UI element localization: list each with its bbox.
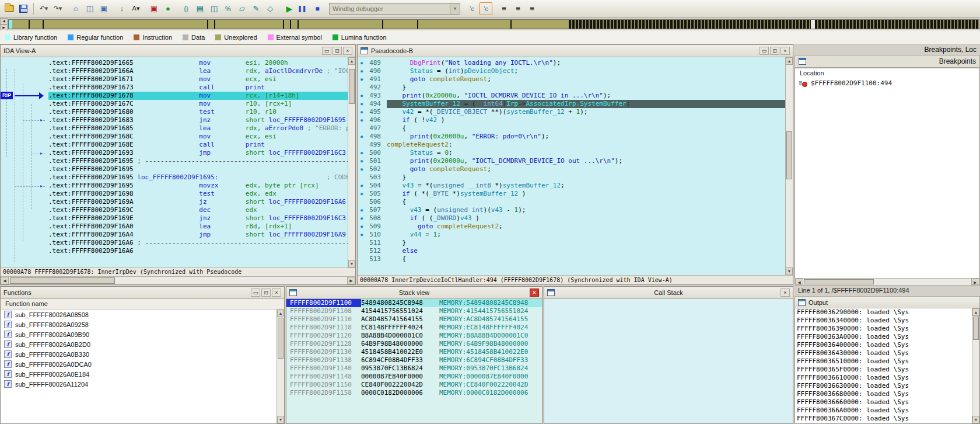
pseudocode-line[interactable]: ● 495 v42 = *(_DEVICE_OBJECT **)(systemB… <box>358 108 785 116</box>
disassembly-line[interactable]: .text:FFFFF8002D9F1673 call print <box>48 84 348 92</box>
close-button[interactable]: × <box>272 289 281 297</box>
ida-horizontal-scrollbar[interactable]: ◀ ▶ <box>1 276 355 284</box>
close-button[interactable]: × <box>343 47 352 55</box>
debugger-stop-icon[interactable]: ■ <box>311 2 324 15</box>
disassembly-line[interactable]: .text:FFFFF8002D9F1695 ; ---------------… <box>48 157 348 165</box>
diamond-icon[interactable]: ◇ <box>264 2 276 15</box>
line-dot-icon[interactable]: ● <box>358 59 366 67</box>
scroll-up-icon[interactable]: ▲ <box>972 308 979 316</box>
function-row[interactable]: f sub_FFFFF80026A0DCA0 <box>1 359 284 369</box>
pseudocode-line[interactable]: ● 506 { <box>358 198 785 206</box>
disassembly-line[interactable]: .text:FFFFF8002D9F16A6 ; ---------------… <box>48 239 348 247</box>
float-button[interactable]: ⊡ <box>261 289 271 297</box>
stack-row[interactable]: FFFFF8002D9F1140 0953870FC13B6824 MEMORY… <box>286 364 542 373</box>
line-dot-icon[interactable]: ● <box>358 182 366 190</box>
ida-view-titlebar[interactable]: IDA View-A ▭ ⊡ × <box>1 45 355 57</box>
debugger-start-icon[interactable]: ▶ <box>283 2 296 15</box>
line-dot-icon[interactable]: ● <box>358 231 366 239</box>
scroll-thumb[interactable] <box>349 69 355 104</box>
minimize-button[interactable]: ▭ <box>322 47 331 55</box>
pseudocode-vertical-scrollbar[interactable]: ▲ ▼ <box>785 57 793 275</box>
pseudocode-line[interactable]: ● 502 goto completeRequest; <box>358 165 785 173</box>
line-dot-icon[interactable]: ● <box>358 116 366 124</box>
function-row[interactable]: f sub_FFFFF80026A08508 <box>1 310 284 319</box>
pseudocode-line[interactable]: ● 489 DbgPrint("Not loading any IOCTL.\r… <box>358 59 785 67</box>
pseudocode-line[interactable]: ● 499 completeRequest2: <box>358 141 785 149</box>
float-button[interactable]: ⊡ <box>332 47 342 55</box>
pseudocode-titlebar[interactable]: Pseudocode-B ▭ ⊡ × <box>358 45 793 57</box>
line-dot-icon[interactable]: ● <box>358 206 366 214</box>
combo-dropdown-icon[interactable]: ▾ <box>450 4 460 14</box>
stack-row[interactable]: FFFFF8002D9F1128 64B9F98B48000000 MEMORY… <box>286 340 542 348</box>
pseudocode-line[interactable]: ● 498 print(0x20000u, "ERROR: pdo=0\r\n"… <box>358 133 785 141</box>
debugger-select[interactable]: Windbg debugger ▾ <box>329 3 460 15</box>
jump-down-icon[interactable]: ↓ <box>116 2 128 15</box>
function-row[interactable]: f sub_FFFFF80026A09258 <box>1 319 284 329</box>
line-dot-icon[interactable]: ● <box>358 165 366 173</box>
scroll-down-icon[interactable]: ▼ <box>348 260 355 267</box>
stack-row[interactable]: FFFFF8002D9F1100 54894808245C8948 MEMORY… <box>286 299 542 307</box>
float-button[interactable]: ⊡ <box>770 47 779 55</box>
scroll-left-icon[interactable]: ◀ <box>1 277 9 284</box>
pseudocode-line[interactable]: ● 511 } <box>358 239 785 247</box>
step-into-icon[interactable]: ’c <box>466 2 478 15</box>
scroll-thumb[interactable] <box>10 277 115 284</box>
scroll-left-icon[interactable]: ◀ <box>795 279 803 285</box>
stack-row[interactable]: FFFFF8002D9F1150 CE840F002220042D MEMORY… <box>286 381 542 389</box>
close-button[interactable]: × <box>530 289 539 297</box>
tab-breakpoints[interactable]: Breakpoints <box>939 57 976 65</box>
line-dot-icon[interactable]: ● <box>358 157 366 165</box>
disassembly-line[interactable]: .text:FFFFF8002D9F1665 mov esi, 20000h <box>48 59 348 67</box>
pseudocode-line[interactable]: ● 492 } <box>358 84 785 92</box>
scroll-thumb[interactable] <box>804 279 874 284</box>
disassembly-line[interactable]: .text:FFFFF8002D9F169C dec edx <box>48 206 348 214</box>
pseudocode-line[interactable]: ● 509 goto completeRequest2; <box>358 223 785 231</box>
disassembly-line[interactable]: .text:FFFFF8002D9F1698 test edx, edx <box>48 190 348 198</box>
line-dot-icon[interactable]: ● <box>358 190 366 198</box>
stack-row[interactable]: FFFFF8002D9F1130 4518458B410022E0 MEMORY… <box>286 348 542 356</box>
disassembly-line[interactable]: .text:FFFFF8002D9F166A lea rdx, aIoctlDc… <box>48 67 348 75</box>
enums-icon[interactable]: ◫ <box>208 2 220 15</box>
locals-list-icon[interactable]: ≡ <box>498 2 510 15</box>
scroll-up-icon[interactable]: ▲ <box>277 310 284 317</box>
navigation-band[interactable] <box>8 19 979 29</box>
call-stack-titlebar[interactable]: Call Stack × <box>544 287 793 299</box>
modules-list-icon[interactable]: ≡ <box>526 2 538 15</box>
scroll-up-icon[interactable]: ▲ <box>786 57 793 65</box>
line-dot-icon[interactable]: ● <box>358 100 366 108</box>
scroll-track[interactable] <box>9 277 347 284</box>
functions-vertical-scrollbar[interactable]: ▲ ▼ <box>276 310 284 423</box>
stack-row[interactable]: FFFFF8002D9F1110 AC8D485741564155 MEMORY… <box>286 315 542 324</box>
function-row[interactable]: f sub_FFFFF80026A0B330 <box>1 349 284 359</box>
disassembly-line[interactable]: .text:FFFFF8002D9F1695 <box>48 165 348 173</box>
step-over-icon[interactable]: ’c <box>480 2 492 15</box>
undo-combo-icon[interactable]: ↶▾ <box>37 2 50 15</box>
open-file-button[interactable] <box>3 2 16 15</box>
debugger-pause-icon[interactable]: ▌▌ <box>297 2 310 15</box>
pseudocode-line[interactable]: ● 491 goto completeRequest; <box>358 75 785 84</box>
text-format-combo-icon[interactable]: A▾ <box>130 2 142 15</box>
close-button[interactable]: × <box>780 47 790 55</box>
disassembly-line[interactable]: .text:FFFFF8002D9F1693 jmp short loc_FFF… <box>48 149 348 157</box>
disassembly-line[interactable]: .text:FFFFF8002D9F167C mov r10, [rcx+1] <box>48 100 348 108</box>
disassembly-line[interactable]: .text:FFFFF8002D9F1695 loc_FFFFF8002D9F1… <box>48 173 348 182</box>
disassembly-line[interactable]: .text:FFFFF8002D9F168C mov ecx, esi <box>48 133 348 141</box>
scroll-track[interactable] <box>803 279 971 285</box>
minimize-button[interactable]: ▭ <box>760 47 769 55</box>
disassembly-line[interactable]: .text:FFFFF8002D9F168E call print <box>48 141 348 149</box>
nav-window-icon[interactable]: ◫ <box>83 2 96 15</box>
pseudocode-line[interactable]: ● 503 } <box>358 173 785 182</box>
pseudocode-line[interactable]: ● 504 v43 = *(unsigned __int8 *)systemBu… <box>358 182 785 190</box>
disassembly-line[interactable]: .text:FFFFF8002D9F169A jz short loc_FFFF… <box>48 198 348 206</box>
stack-row[interactable]: FFFFF8002D9F1148 0000087E840F0000 MEMORY… <box>286 373 542 381</box>
function-row[interactable]: f sub_FFFFF80026A0E184 <box>1 369 284 379</box>
lumina-status-icon[interactable]: ● <box>162 2 174 15</box>
output-vertical-scrollbar[interactable]: ▲ ▼ <box>972 308 979 423</box>
scroll-down-icon[interactable]: ▼ <box>786 267 793 275</box>
disassembly-line[interactable]: .text:FFFFF8002D9F1695 movzx edx, byte p… <box>48 182 348 190</box>
stack-row[interactable]: FFFFF8002D9F1108 4154415756551024 MEMORY… <box>286 307 542 315</box>
functions-titlebar[interactable]: Functions ▭ ⊡ × <box>1 287 284 299</box>
nav-home-icon[interactable]: ⌂ <box>69 2 82 15</box>
line-dot-icon[interactable]: ● <box>358 92 366 100</box>
line-dot-icon[interactable]: ● <box>358 149 366 157</box>
